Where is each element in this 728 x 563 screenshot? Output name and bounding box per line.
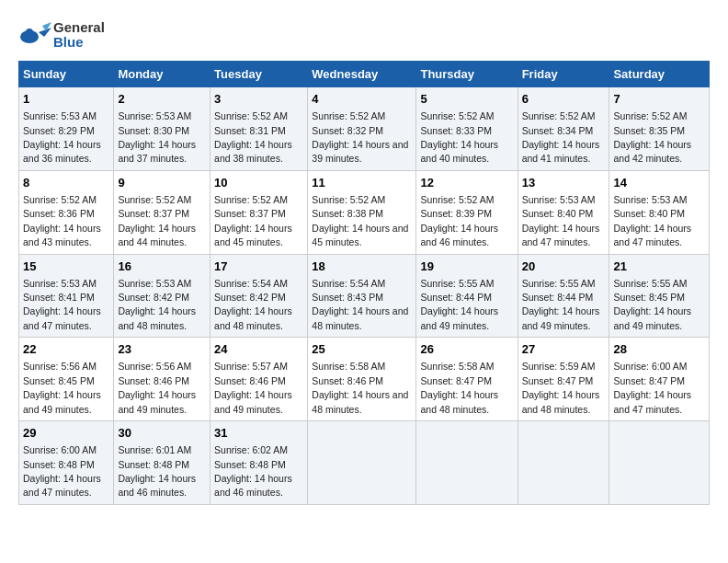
day-number: 29	[23, 425, 109, 442]
cell-info: Sunrise: 5:52 AMSunset: 8:37 PMDaylight:…	[214, 194, 292, 247]
calendar-cell: 21Sunrise: 5:55 AMSunset: 8:45 PMDayligh…	[609, 254, 710, 338]
day-number: 20	[522, 259, 606, 275]
calendar-cell	[609, 421, 710, 505]
calendar-cell: 13Sunrise: 5:53 AMSunset: 8:40 PMDayligh…	[518, 170, 609, 254]
cell-info: Sunrise: 6:00 AMSunset: 8:47 PMDaylight:…	[613, 361, 691, 414]
logo-line1: General	[53, 20, 105, 36]
header-thursday: Thursday	[416, 62, 518, 87]
day-number: 23	[118, 341, 206, 358]
week-row-1: 1Sunrise: 5:53 AMSunset: 8:29 PMDaylight…	[19, 87, 710, 171]
calendar-table: SundayMondayTuesdayWednesdayThursdayFrid…	[18, 61, 710, 505]
cell-info: Sunrise: 5:53 AMSunset: 8:29 PMDaylight:…	[23, 110, 101, 164]
week-row-4: 22Sunrise: 5:56 AMSunset: 8:45 PMDayligh…	[19, 338, 710, 421]
cell-info: Sunrise: 5:52 AMSunset: 8:36 PMDaylight:…	[23, 194, 101, 247]
cell-info: Sunrise: 5:52 AMSunset: 8:31 PMDaylight:…	[214, 110, 292, 164]
day-number: 26	[420, 341, 513, 358]
day-number: 24	[214, 341, 303, 358]
week-row-3: 15Sunrise: 5:53 AMSunset: 8:41 PMDayligh…	[19, 254, 710, 338]
day-number: 16	[118, 259, 206, 275]
day-number: 21	[613, 259, 705, 275]
logo-line2: Blue	[53, 35, 105, 51]
day-number: 14	[613, 175, 705, 191]
calendar-cell: 19Sunrise: 5:55 AMSunset: 8:44 PMDayligh…	[416, 254, 518, 338]
calendar-cell: 18Sunrise: 5:54 AMSunset: 8:43 PMDayligh…	[308, 254, 416, 338]
cell-info: Sunrise: 5:52 AMSunset: 8:32 PMDaylight:…	[312, 110, 408, 164]
cell-info: Sunrise: 5:52 AMSunset: 8:37 PMDaylight:…	[118, 194, 196, 247]
calendar-header-row: SundayMondayTuesdayWednesdayThursdayFrid…	[19, 62, 710, 87]
day-number: 18	[312, 259, 412, 275]
calendar-cell: 22Sunrise: 5:56 AMSunset: 8:45 PMDayligh…	[19, 338, 114, 421]
cell-info: Sunrise: 5:53 AMSunset: 8:40 PMDaylight:…	[522, 194, 600, 247]
day-number: 9	[118, 175, 206, 191]
cell-info: Sunrise: 5:59 AMSunset: 8:47 PMDaylight:…	[522, 361, 600, 414]
day-number: 5	[420, 91, 513, 108]
day-number: 30	[118, 425, 206, 442]
cell-info: Sunrise: 5:52 AMSunset: 8:33 PMDaylight:…	[420, 110, 498, 164]
calendar-cell: 12Sunrise: 5:52 AMSunset: 8:39 PMDayligh…	[416, 170, 518, 254]
logo-container: General Blue	[18, 18, 105, 52]
day-number: 31	[214, 425, 303, 442]
calendar-cell: 15Sunrise: 5:53 AMSunset: 8:41 PMDayligh…	[19, 254, 114, 338]
header-saturday: Saturday	[609, 62, 710, 87]
day-number: 25	[312, 341, 412, 358]
cell-info: Sunrise: 5:55 AMSunset: 8:44 PMDaylight:…	[420, 278, 498, 331]
cell-info: Sunrise: 5:57 AMSunset: 8:46 PMDaylight:…	[214, 361, 292, 414]
cell-info: Sunrise: 5:53 AMSunset: 8:30 PMDaylight:…	[118, 110, 196, 164]
cell-info: Sunrise: 5:58 AMSunset: 8:46 PMDaylight:…	[312, 361, 408, 414]
day-number: 8	[23, 175, 109, 191]
week-row-5: 29Sunrise: 6:00 AMSunset: 8:48 PMDayligh…	[19, 421, 710, 505]
calendar-cell: 20Sunrise: 5:55 AMSunset: 8:44 PMDayligh…	[518, 254, 609, 338]
calendar-cell: 6Sunrise: 5:52 AMSunset: 8:34 PMDaylight…	[518, 87, 609, 171]
logo-bird-icon	[18, 18, 51, 52]
logo: General Blue	[18, 18, 105, 52]
calendar-cell: 9Sunrise: 5:52 AMSunset: 8:37 PMDaylight…	[114, 170, 210, 254]
calendar-cell: 24Sunrise: 5:57 AMSunset: 8:46 PMDayligh…	[210, 338, 308, 421]
cell-info: Sunrise: 6:02 AMSunset: 8:48 PMDaylight:…	[214, 444, 292, 498]
cell-info: Sunrise: 6:00 AMSunset: 8:48 PMDaylight:…	[23, 444, 101, 498]
cell-info: Sunrise: 5:55 AMSunset: 8:44 PMDaylight:…	[522, 278, 600, 331]
day-number: 27	[522, 341, 606, 358]
cell-info: Sunrise: 5:52 AMSunset: 8:38 PMDaylight:…	[312, 194, 408, 247]
calendar-cell: 30Sunrise: 6:01 AMSunset: 8:48 PMDayligh…	[114, 421, 210, 505]
header-friday: Friday	[518, 62, 609, 87]
day-number: 4	[312, 91, 412, 108]
page-header: General Blue	[18, 18, 710, 52]
calendar-cell: 2Sunrise: 5:53 AMSunset: 8:30 PMDaylight…	[114, 87, 210, 171]
cell-info: Sunrise: 5:54 AMSunset: 8:42 PMDaylight:…	[214, 278, 292, 331]
calendar-cell: 1Sunrise: 5:53 AMSunset: 8:29 PMDaylight…	[19, 87, 114, 171]
calendar-cell: 5Sunrise: 5:52 AMSunset: 8:33 PMDaylight…	[416, 87, 518, 171]
cell-info: Sunrise: 5:54 AMSunset: 8:43 PMDaylight:…	[312, 278, 408, 331]
calendar-cell	[308, 421, 416, 505]
day-number: 6	[522, 91, 606, 108]
calendar-cell: 8Sunrise: 5:52 AMSunset: 8:36 PMDaylight…	[19, 170, 114, 254]
day-number: 2	[118, 91, 206, 108]
calendar-cell: 25Sunrise: 5:58 AMSunset: 8:46 PMDayligh…	[308, 338, 416, 421]
logo-text: General Blue	[53, 20, 105, 51]
cell-info: Sunrise: 5:52 AMSunset: 8:34 PMDaylight:…	[522, 110, 600, 164]
day-number: 22	[23, 341, 109, 358]
header-wednesday: Wednesday	[308, 62, 416, 87]
day-number: 12	[420, 175, 513, 191]
day-number: 17	[214, 259, 303, 275]
day-number: 11	[312, 175, 412, 191]
cell-info: Sunrise: 6:01 AMSunset: 8:48 PMDaylight:…	[118, 444, 196, 498]
day-number: 1	[23, 91, 109, 108]
cell-info: Sunrise: 5:52 AMSunset: 8:39 PMDaylight:…	[420, 194, 498, 247]
header-monday: Monday	[114, 62, 210, 87]
calendar-cell: 27Sunrise: 5:59 AMSunset: 8:47 PMDayligh…	[518, 338, 609, 421]
cell-info: Sunrise: 5:56 AMSunset: 8:45 PMDaylight:…	[23, 361, 101, 414]
calendar-cell: 23Sunrise: 5:56 AMSunset: 8:46 PMDayligh…	[114, 338, 210, 421]
day-number: 19	[420, 259, 513, 275]
day-number: 7	[613, 91, 705, 108]
calendar-cell	[518, 421, 609, 505]
calendar-cell: 29Sunrise: 6:00 AMSunset: 8:48 PMDayligh…	[19, 421, 114, 505]
calendar-cell: 16Sunrise: 5:53 AMSunset: 8:42 PMDayligh…	[114, 254, 210, 338]
calendar-cell: 3Sunrise: 5:52 AMSunset: 8:31 PMDaylight…	[210, 87, 308, 171]
cell-info: Sunrise: 5:58 AMSunset: 8:47 PMDaylight:…	[420, 361, 498, 414]
cell-info: Sunrise: 5:56 AMSunset: 8:46 PMDaylight:…	[118, 361, 196, 414]
cell-info: Sunrise: 5:53 AMSunset: 8:41 PMDaylight:…	[23, 278, 101, 331]
header-sunday: Sunday	[19, 62, 114, 87]
cell-info: Sunrise: 5:53 AMSunset: 8:42 PMDaylight:…	[118, 278, 196, 331]
week-row-2: 8Sunrise: 5:52 AMSunset: 8:36 PMDaylight…	[19, 170, 710, 254]
day-number: 28	[613, 341, 705, 358]
